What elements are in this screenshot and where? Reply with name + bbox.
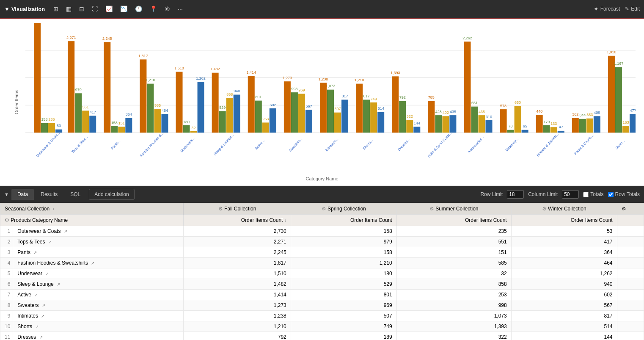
svg-text:Underwear...: Underwear... [179,135,196,153]
winter-value: 53 [511,226,617,237]
pivot-icon[interactable]: ↗ [64,229,67,234]
spring-value: 529 [291,279,396,290]
fall-value: 1,482 [183,279,291,290]
totals-checkbox[interactable] [583,192,589,197]
tab-sql[interactable]: SQL [64,189,86,200]
winter-value: 364 [511,247,617,258]
table-row: 4 Fashion Hoodies & Sweatshirts ↗ 1,817 … [0,258,644,268]
svg-text:364: 364 [126,112,132,116]
svg-rect-50 [198,82,204,133]
fall-value: 792 [183,332,291,340]
pivot-icon[interactable]: ↗ [39,335,43,340]
pivot-icon[interactable]: ↗ [35,324,39,329]
edit-icon: ✎ [625,6,629,12]
pivot-icon[interactable]: ↗ [48,240,52,244]
svg-rect-68 [270,108,276,133]
col-limit-input[interactable] [562,190,579,199]
sort-desc-icon[interactable]: ↓ [284,218,286,223]
svg-rect-12 [48,123,55,133]
svg-text:Sweaters...: Sweaters... [288,136,303,152]
svg-rect-140 [558,131,564,133]
bar-chart-svg: 0 1,000 2,000 2,730 158 235 53 Outerwear… [25,23,636,160]
svg-rect-122 [486,120,493,133]
row-number: 9 [0,311,13,321]
svg-rect-98 [392,76,399,133]
row-number: 1 [0,226,13,237]
row-number: 6 [0,279,13,290]
row-limit-input[interactable] [507,190,524,199]
winter-value: 567 [511,300,617,311]
spring-value: 979 [291,237,396,247]
svg-rect-120 [478,115,485,133]
pivot-icon[interactable]: ↗ [42,303,45,308]
dropdown-arrow[interactable]: ▼ [4,6,10,12]
winter-value: 464 [511,258,617,268]
pivot-icon[interactable]: ↗ [45,271,49,276]
brand-label: ▼ Visualization [4,6,45,12]
line-chart-button[interactable]: 📈 [103,4,115,14]
pin-button[interactable]: 📍 [147,4,160,14]
forecast-button[interactable]: ✦ Forecast [594,6,620,12]
svg-text:Suits & Sport Coats...: Suits & Sport Coats... [427,130,453,158]
row-totals-checkbox-label[interactable]: Row Totals [608,191,640,197]
x-axis-label: Category Name [305,176,338,181]
row-actions [617,268,644,279]
svg-text:158: 158 [41,117,48,122]
svg-text:435: 435 [479,109,485,113]
svg-text:858: 858 [226,92,233,96]
gear-icon-spring[interactable]: ⚙ [322,206,326,212]
svg-rect-10 [41,123,48,133]
fall-value: 1,817 [183,258,291,268]
spring-value: 749 [291,321,396,332]
pivot-icon[interactable]: ↗ [91,261,94,265]
category-name-cell: Tops & Tees ↗ [13,237,184,247]
svg-rect-136 [543,125,550,133]
add-calculation-button[interactable]: Add calculation [89,189,134,200]
svg-rect-75 [298,94,305,133]
tab-results[interactable]: Results [35,189,63,200]
gear-icon-row[interactable]: ⚙ [5,217,9,223]
totals-checkbox-label[interactable]: Totals [583,191,603,197]
bar-chart-button[interactable]: ▦ [63,4,74,14]
pivot-icon[interactable]: ↗ [34,293,38,297]
svg-rect-111 [442,116,449,133]
svg-text:529: 529 [219,105,226,110]
more-button[interactable]: ··· [175,4,185,14]
summer-value: 322 [396,332,511,340]
gear-icon-winter[interactable]: ⚙ [542,206,547,212]
svg-rect-53 [212,73,219,133]
area-chart-button[interactable]: 📉 [118,4,130,14]
table-row: 8 Sweaters ↗ 1,273 969 998 567 [0,300,644,311]
row-actions [617,258,644,268]
spring-value: 189 [291,332,396,340]
tab-data[interactable]: Data [11,189,34,200]
row-number: 4 [0,258,13,268]
svg-text:Swim...: Swim... [614,139,625,150]
svg-rect-55 [219,111,226,133]
clock-button[interactable]: 🕐 [132,4,145,14]
category-name-cell: Active ↗ [13,290,184,300]
pivot-icon[interactable]: ↗ [57,282,60,287]
svg-rect-48 [190,131,197,133]
row-actions [617,311,644,321]
pivot-icon[interactable]: ↗ [33,250,37,255]
forecast-icon: ✦ [594,6,599,12]
gear-icon-summer[interactable]: ⚙ [429,206,434,212]
number-button[interactable]: ⑥ [162,4,173,14]
gear-icon[interactable]: ⚙ [218,206,223,212]
row-number: 2 [0,237,13,247]
row-totals-checkbox[interactable] [608,192,614,197]
settings-header[interactable]: ⚙ [617,203,644,215]
svg-text:235: 235 [49,117,55,122]
svg-text:151: 151 [118,121,125,125]
svg-rect-129 [515,106,521,133]
svg-text:158: 158 [111,120,118,124]
pivot-button[interactable]: ⊟ [77,4,87,14]
expand-button[interactable]: ⛶ [89,4,100,14]
svg-text:2,262: 2,262 [462,36,472,40]
edit-button[interactable]: ✎ Edit [625,6,640,12]
pivot-icon[interactable]: ↗ [41,314,44,318]
svg-text:Dresses...: Dresses... [397,137,410,152]
svg-text:507: 507 [335,107,341,111]
grid-view-button[interactable]: ⊞ [51,4,61,14]
